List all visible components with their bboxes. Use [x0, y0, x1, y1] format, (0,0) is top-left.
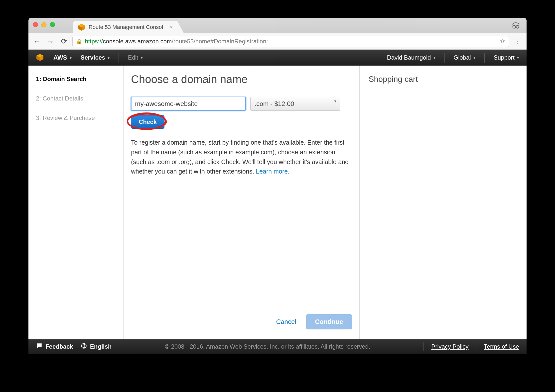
nav-aws-menu[interactable]: AWS ▾: [53, 54, 72, 61]
aws-top-nav: AWS ▾ Services ▾ Edit ▾ David Baumgold ▾…: [28, 50, 527, 66]
shopping-cart-title: Shopping cart: [369, 75, 482, 84]
shopping-cart-panel: Shopping cart: [360, 66, 489, 339]
aws-logo-icon[interactable]: [36, 53, 44, 62]
svg-point-4: [516, 25, 519, 28]
browser-window: Route 53 Management Consol × ← → ⟳ 🔒 htt…: [28, 18, 527, 354]
page-body: 1: Domain Search 2: Contact Details 3: R…: [28, 66, 527, 339]
step-review-purchase: 3: Review & Purchase: [36, 114, 118, 121]
wizard-sidebar: 1: Domain Search 2: Contact Details 3: R…: [28, 66, 123, 339]
footer-separator: [423, 342, 424, 351]
nav-separator: [444, 53, 445, 63]
tab-strip: Route 53 Management Consol ×: [28, 18, 527, 33]
chevron-down-icon: ▾: [433, 55, 435, 60]
nav-edit-label: Edit: [128, 54, 138, 61]
tab-title: Route 53 Management Consol: [89, 24, 163, 30]
instructions-body: To register a domain name, start by find…: [131, 139, 349, 175]
nav-services-label: Services: [81, 54, 105, 61]
nav-user-label: David Baumgold: [387, 54, 431, 61]
copyright-text: © 2008 - 2016, Amazon Web Services, Inc.…: [119, 343, 416, 350]
main-content: Choose a domain name .com - $12.00 Check…: [124, 66, 359, 339]
chevron-down-icon: ▾: [108, 55, 110, 60]
back-button[interactable]: ←: [32, 37, 42, 46]
terms-of-use-link[interactable]: Terms of Use: [484, 343, 519, 350]
close-tab-icon[interactable]: ×: [170, 24, 173, 30]
aws-favicon-icon: [78, 23, 86, 31]
incognito-icon: [511, 21, 521, 31]
url: https://console.aws.amazon.com/route53/h…: [85, 38, 268, 45]
address-bar-row: ← → ⟳ 🔒 https://console.aws.amazon.com/r…: [28, 33, 527, 50]
tld-selected-label: .com - $12.00: [255, 100, 294, 108]
instructions-text: To register a domain name, start by find…: [131, 138, 352, 176]
nav-region-label: Global: [454, 54, 471, 61]
speech-bubble-icon: [36, 343, 42, 351]
nav-separator: [119, 53, 119, 63]
nav-edit-menu[interactable]: Edit ▾: [128, 54, 142, 61]
chevron-down-icon: ▾: [473, 55, 475, 60]
window-controls: [33, 22, 55, 27]
browser-tab[interactable]: Route 53 Management Consol ×: [73, 21, 178, 33]
nav-services-menu[interactable]: Services ▾: [81, 54, 110, 61]
language-selector[interactable]: English: [81, 343, 112, 351]
check-button[interactable]: Check: [131, 115, 164, 129]
url-proto: https://: [85, 38, 103, 45]
feedback-link[interactable]: Feedback: [36, 343, 73, 351]
globe-icon: [81, 343, 87, 351]
feedback-label: Feedback: [45, 343, 73, 350]
nav-region-menu[interactable]: Global ▾: [454, 54, 475, 61]
privacy-policy-link[interactable]: Privacy Policy: [431, 343, 468, 350]
browser-menu-icon[interactable]: ⋮: [513, 37, 523, 45]
chevron-down-icon: ▾: [70, 55, 72, 60]
close-window-icon[interactable]: [33, 22, 38, 27]
tab-shape: [177, 21, 184, 33]
learn-more-link[interactable]: Learn more.: [256, 168, 289, 175]
bookmark-star-icon[interactable]: ☆: [500, 37, 505, 45]
nav-support-label: Support: [494, 54, 515, 61]
omnibox[interactable]: 🔒 https://console.aws.amazon.com/route53…: [72, 36, 509, 47]
svg-point-3: [513, 25, 516, 28]
language-label: English: [90, 343, 112, 350]
page-title: Choose a domain name: [131, 73, 352, 86]
aws-footer: Feedback English © 2008 - 2016, Amazon W…: [28, 339, 527, 354]
chevron-down-icon: ▾: [141, 55, 143, 60]
reload-button[interactable]: ⟳: [59, 37, 69, 46]
continue-button[interactable]: Continue: [306, 314, 352, 329]
tld-select[interactable]: .com - $12.00: [250, 97, 340, 111]
step-contact-details: 2: Contact Details: [36, 95, 118, 102]
nav-support-menu[interactable]: Support ▾: [494, 54, 519, 61]
step-domain-search[interactable]: 1: Domain Search: [36, 76, 118, 83]
action-bar: Cancel Continue: [131, 304, 352, 339]
domain-search-row: .com - $12.00: [131, 97, 352, 111]
domain-name-input[interactable]: [131, 97, 246, 111]
nav-aws-label: AWS: [53, 54, 67, 61]
chevron-down-icon: ▾: [517, 55, 519, 60]
nav-user-menu[interactable]: David Baumgold ▾: [387, 54, 435, 61]
maximize-window-icon[interactable]: [50, 22, 55, 27]
cancel-link[interactable]: Cancel: [276, 318, 296, 326]
footer-separator: [476, 342, 476, 351]
lock-icon: 🔒: [76, 38, 82, 44]
minimize-window-icon[interactable]: [41, 22, 46, 27]
check-highlight: Check: [131, 115, 352, 129]
nav-separator: [484, 53, 485, 63]
url-host: console.aws.amazon.com: [103, 38, 172, 45]
url-path: /route53/home#DomainRegistration:: [172, 38, 268, 45]
title-rule: [131, 89, 352, 89]
forward-button: →: [45, 37, 55, 46]
